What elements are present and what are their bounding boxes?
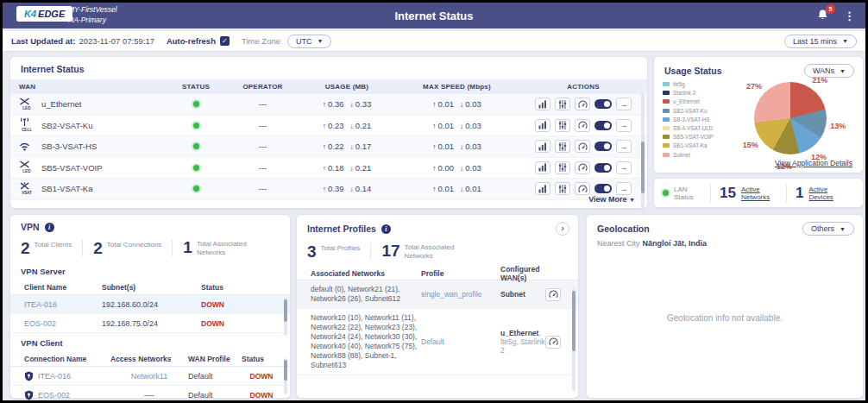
status-dot-green — [193, 123, 199, 129]
vpn-server-table: Client NameSubnet(s)StatusITEA-016192.16… — [10, 280, 290, 333]
wan-cell: VSATSB1-VSAT-Ka — [10, 182, 166, 196]
legend-label: Starlink 2 — [673, 90, 695, 96]
wan-enable-toggle[interactable] — [594, 142, 612, 151]
column-header: OPERATOR — [226, 83, 299, 91]
details-arrow-button[interactable]: → — [616, 98, 632, 110]
table-header-row: Client NameSubnet(s)Status — [10, 280, 290, 295]
configure-button[interactable] — [555, 98, 570, 110]
legend-swatch — [663, 91, 670, 95]
stat-value: 2 — [21, 240, 30, 256]
details-arrow-button[interactable]: → — [616, 161, 632, 174]
wan-enable-toggle[interactable] — [594, 163, 612, 173]
column-header: Associated Networks — [311, 269, 421, 278]
legend-swatch — [663, 143, 670, 148]
profile-speed-test-button[interactable] — [545, 288, 561, 301]
configure-button[interactable] — [555, 140, 570, 153]
active-devices-link[interactable]: Active Devices — [808, 186, 845, 201]
wan-enable-toggle[interactable] — [594, 99, 612, 109]
wan-profile-cell: Default — [188, 391, 242, 400]
usage-chart-button[interactable] — [535, 182, 550, 195]
wan-enable-toggle[interactable] — [594, 121, 612, 130]
legend-label: SB-3-VSAT-HS — [673, 116, 710, 123]
time-zone-select[interactable]: UTC▼ — [287, 35, 331, 48]
column-header: Access Networks — [110, 355, 188, 363]
expand-panel-button[interactable]: › — [556, 222, 569, 236]
speed-test-button[interactable] — [575, 140, 590, 153]
access-networks-cell[interactable]: Network11 — [110, 372, 188, 381]
geolocation-select[interactable]: Others▼ — [802, 222, 854, 236]
pie-percent-label: 15% — [743, 141, 758, 149]
configure-button[interactable] — [555, 182, 570, 195]
column-header: STATUS — [166, 83, 226, 91]
vpn-server-scrollbar[interactable] — [284, 298, 287, 336]
actions-cell: → — [519, 140, 647, 153]
main-content: Internet Status WANSTATUSOPERATORUSAGE (… — [3, 53, 865, 400]
speed-test-button[interactable] — [575, 98, 590, 110]
wan-name: SB1-VSAT-Ka — [41, 184, 93, 193]
profile-row: default (0), Network21 (21), Network26 (… — [297, 280, 578, 309]
stat-label: Total Associated Networks — [405, 242, 465, 260]
configure-button[interactable] — [555, 119, 570, 132]
associated-networks-cell: default (0), Network21 (21), Network26 (… — [311, 285, 421, 304]
profiles-stat: 3Total Profiles — [307, 243, 371, 260]
details-arrow-button[interactable]: → — [616, 119, 632, 132]
connection-name-link[interactable]: ITEA-016 — [38, 372, 71, 381]
speed-test-button[interactable] — [575, 119, 590, 132]
last-updated-value: 2023-11-07 07:59:17 — [79, 36, 154, 46]
info-icon[interactable]: i — [45, 223, 54, 232]
vpn-client-name-link[interactable]: EOS-002 — [24, 319, 102, 328]
overflow-menu-button[interactable]: ⋮ — [844, 9, 855, 22]
vpn-client-name-link[interactable]: ITEA-016 — [24, 300, 102, 309]
configured-wans-cell: u_Ethernet, lte5g, Starlink 2 — [500, 329, 545, 355]
configure-button[interactable] — [555, 161, 570, 174]
vpn-client-scrollbar[interactable] — [284, 358, 287, 394]
usage-cell: ↑0.22↓0.17 — [299, 142, 394, 151]
connection-name-link[interactable]: EOS-002 — [38, 391, 70, 400]
speed-test-button[interactable] — [575, 161, 590, 174]
associated-networks-cell: Network10 (10), Network11 (11), Network2… — [311, 313, 421, 370]
profile-speed-test-button[interactable] — [545, 336, 561, 349]
status-cell — [166, 121, 226, 130]
column-header: USAGE (MB) — [299, 83, 394, 91]
time-range-select[interactable]: Last 15 mins▼ — [784, 35, 857, 48]
pie-percent-label: 13% — [830, 122, 846, 130]
table-header-row: Connection NameAccess NetworksWAN Profil… — [10, 351, 290, 367]
stat-value: 17 — [381, 242, 399, 259]
legend-swatch — [663, 153, 670, 157]
usage-chart-button[interactable] — [535, 98, 550, 110]
up-arrow-icon: ↑ — [323, 185, 326, 193]
view-application-details-link[interactable]: View Application Details — [775, 159, 852, 167]
column-header: WAN — [10, 83, 166, 91]
wan-cell: CELLSB2-VSAT-Ku — [10, 117, 166, 133]
wan-enable-toggle[interactable] — [594, 184, 612, 193]
down-arrow-icon: ↓ — [350, 100, 354, 109]
active-networks-link[interactable]: Active Networks — [741, 186, 777, 201]
table-row: LEOSB5-VSAT-VOIP---↑0.18↓0.21↑0.00↓0.03→ — [10, 158, 647, 179]
auto-refresh-checkbox[interactable]: ✓ — [220, 36, 230, 46]
usage-chart-button[interactable] — [535, 140, 550, 153]
details-arrow-button[interactable]: → — [616, 182, 632, 195]
profile-link[interactable]: single_wan_profile — [421, 290, 500, 299]
column-header: ACTIONS — [519, 83, 647, 91]
stat-label: Total Connections — [107, 240, 162, 249]
legend-swatch — [663, 135, 670, 139]
internet-status-panel: Internet Status WANSTATUSOPERATORUSAGE (… — [9, 56, 648, 209]
details-arrow-button[interactable]: → — [616, 140, 632, 153]
chevron-down-icon: ▼ — [318, 38, 324, 44]
cell-antenna-icon: CELL — [19, 117, 35, 133]
max-speed-cell: ↑0.01↓0.01 — [394, 184, 519, 193]
up-arrow-icon: ↑ — [323, 164, 326, 173]
speed-test-button[interactable] — [575, 182, 590, 195]
info-icon[interactable]: i — [381, 224, 391, 234]
view-more-button[interactable]: View More ▼ — [588, 195, 635, 204]
table-row: VSATSB1-VSAT-Ka---↑0.39↓0.14↑0.01↓0.01→ — [10, 179, 647, 200]
table-scrollbar[interactable] — [641, 91, 645, 230]
usage-chart-button[interactable] — [535, 119, 550, 132]
usage-chart-button[interactable] — [535, 161, 550, 174]
chevron-down-icon: ▼ — [842, 38, 848, 44]
up-arrow-icon: ↑ — [432, 164, 436, 173]
profiles-scrollbar[interactable] — [572, 287, 576, 391]
notifications-button[interactable]: 5 — [816, 9, 830, 22]
pie-legend: lte5gStarlink 2u_EthernetSB2-VSAT-KuSB-3… — [663, 81, 714, 161]
profile-link[interactable]: Default — [421, 337, 500, 346]
